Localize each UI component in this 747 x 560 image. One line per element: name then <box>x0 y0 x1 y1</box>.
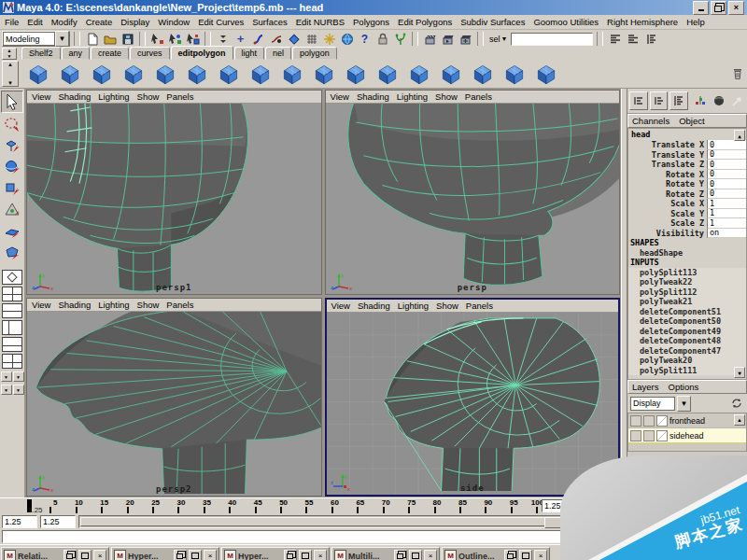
close-button[interactable]: × <box>314 550 327 560</box>
live-surface-button[interactable] <box>303 31 319 47</box>
shelf-poly-button[interactable] <box>58 62 82 86</box>
time-tick-80[interactable]: 80 <box>410 498 435 514</box>
layout-prev2-button[interactable]: ▼ <box>1 385 12 395</box>
ipr-render-button[interactable] <box>458 31 473 47</box>
construction-history-button[interactable] <box>321 31 337 47</box>
minimize-button[interactable] <box>693 1 709 15</box>
chevron-down-icon[interactable]: ▼ <box>677 396 691 412</box>
show-both-toggle[interactable] <box>669 91 688 110</box>
input-node-polysplit112[interactable]: polySplit112 <box>628 287 746 298</box>
vp-menu-show[interactable]: Show <box>436 301 458 311</box>
vp-menu-lighting[interactable]: Lighting <box>397 91 428 102</box>
show-attr-editor-button[interactable] <box>607 31 623 47</box>
lasso-tool-button[interactable] <box>2 114 22 134</box>
open-scene-button[interactable] <box>102 31 118 47</box>
input-node-polytweak20[interactable]: polyTweak20 <box>628 356 746 366</box>
restore-button[interactable] <box>284 550 297 560</box>
layer-visibility-box[interactable] <box>630 415 641 427</box>
menu-edit[interactable]: Edit <box>27 17 42 27</box>
shelf-tab-shelf2[interactable]: Shelf2 <box>21 47 61 60</box>
vp-menu-shading[interactable]: Shading <box>58 91 91 102</box>
layout-four-pane-button[interactable] <box>2 287 22 301</box>
vp-menu-panels[interactable]: Panels <box>166 91 193 102</box>
select-object-button[interactable] <box>167 31 183 47</box>
close-button[interactable]: × <box>534 550 547 560</box>
channel-node-name[interactable]: head <box>628 129 746 140</box>
layout-two-pane-button[interactable] <box>2 303 22 318</box>
time-tick-75[interactable]: 75 <box>385 498 410 514</box>
menu-file[interactable]: File <box>5 17 19 27</box>
shelf-poly-button[interactable] <box>153 62 177 86</box>
vp-menu-lighting[interactable]: Lighting <box>398 301 429 311</box>
layer-row-sidehead[interactable]: sidehead <box>628 428 746 443</box>
shelf-poly-button[interactable] <box>471 62 495 86</box>
menu-surfaces[interactable]: Surfaces <box>252 17 288 27</box>
layer-playback-box[interactable] <box>643 415 655 427</box>
menu-help[interactable]: Help <box>686 17 705 27</box>
snap-curve-button[interactable] <box>250 31 266 47</box>
shelf-poly-button[interactable] <box>534 62 558 86</box>
pointer-button[interactable] <box>728 92 745 109</box>
input-node-polytweak22[interactable]: polyTweak22 <box>628 277 746 287</box>
shelf-poly-button[interactable] <box>90 62 114 86</box>
select-component-button[interactable] <box>185 31 201 47</box>
shelf-poly-button[interactable] <box>407 62 431 86</box>
separator[interactable] <box>597 32 603 46</box>
sphere-button[interactable] <box>711 92 727 109</box>
menu-create[interactable]: Create <box>86 17 113 27</box>
layer-row-fronthead[interactable]: fronthead <box>628 413 746 428</box>
lock-button[interactable] <box>374 31 390 47</box>
channel-attr-value[interactable]: 0 <box>707 140 746 150</box>
time-tick-40[interactable]: 40 <box>205 498 231 514</box>
menu-edit-polygons[interactable]: Edit Polygons <box>398 17 452 27</box>
panel-splitter[interactable] <box>621 89 627 497</box>
paint-effects-button[interactable] <box>392 31 408 47</box>
vp-menu-panels[interactable]: Panels <box>466 301 493 311</box>
shelf-tab-polygon[interactable]: polygon <box>292 47 337 60</box>
shelf-tab-nel[interactable]: nel <box>265 47 291 60</box>
input-node-deletecomponent47[interactable]: deleteComponent47 <box>628 346 746 357</box>
time-tick-60[interactable]: 60 <box>307 498 332 514</box>
restore-button[interactable] <box>504 550 517 560</box>
viewport-canvas-persp2[interactable]: zxy persp2 <box>27 312 321 496</box>
shelf-poly-button[interactable] <box>121 62 146 86</box>
shelf-trash-button[interactable] <box>729 66 745 82</box>
shelf-poly-button[interactable] <box>217 62 241 86</box>
time-tick-95[interactable]: 95 <box>486 498 512 514</box>
separator[interactable] <box>204 32 211 46</box>
shelf-tab-spinner[interactable]: ▲▼ <box>2 48 17 60</box>
close-button[interactable]: × <box>93 550 106 560</box>
time-tick-100[interactable]: 100 <box>513 498 538 514</box>
channel-attr-value[interactable]: 1 <box>707 199 746 209</box>
shelf-poly-button[interactable] <box>344 62 368 86</box>
options-menu[interactable]: Options <box>669 382 699 392</box>
layout-hypershade-button[interactable] <box>2 354 22 369</box>
quick-selection-input[interactable] <box>511 33 593 46</box>
maximize-button[interactable] <box>78 550 92 560</box>
input-node-deletecomponent49[interactable]: deleteComponent49 <box>628 327 746 337</box>
menu-polygons[interactable]: Polygons <box>353 17 389 27</box>
object-menu[interactable]: Object <box>679 116 704 126</box>
layout-prev-button[interactable]: ▼ <box>1 371 12 382</box>
shelf-tab-editpolygon[interactable]: editpolygon <box>171 46 233 60</box>
move-tool-button[interactable] <box>2 135 22 156</box>
snap-point-button[interactable] <box>268 31 284 47</box>
separator[interactable] <box>74 32 80 46</box>
channel-attr-value[interactable]: on <box>707 229 746 239</box>
show-channel-box-toggle[interactable] <box>629 91 648 110</box>
shelf-poly-button[interactable] <box>280 62 304 86</box>
scale-tool-button[interactable] <box>2 178 22 199</box>
maximize-button[interactable] <box>299 550 312 560</box>
command-line-input[interactable] <box>2 530 601 543</box>
channel-attr-value[interactable]: 0 <box>707 160 746 170</box>
shelf-poly-button[interactable] <box>185 62 209 86</box>
layout-single-pane-button[interactable] <box>2 270 22 285</box>
shelf-poly-button[interactable] <box>26 62 50 86</box>
show-layer-editor-toggle[interactable] <box>650 91 669 110</box>
last-tool-button[interactable] <box>2 243 22 263</box>
save-scene-button[interactable] <box>120 31 135 47</box>
layers-scroll-up-button[interactable]: ▲ <box>734 414 745 426</box>
time-tick-55[interactable]: 55 <box>282 498 307 514</box>
shelf-spinner[interactable]: ▲▼ <box>2 61 19 87</box>
separator[interactable] <box>139 32 146 46</box>
